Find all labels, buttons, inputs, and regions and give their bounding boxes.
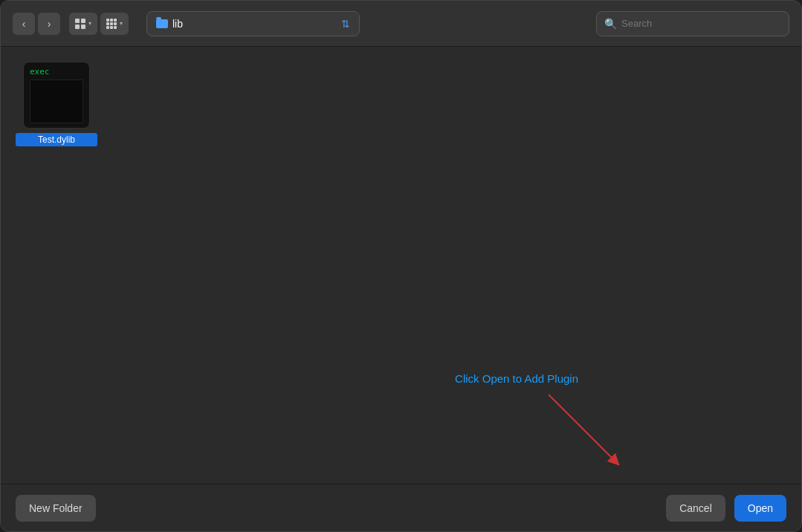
folder-icon [156,19,168,28]
annotation-arrow [541,387,630,476]
chevron-down-icon-2: ▾ [120,20,123,27]
grid2-icon [75,19,85,29]
search-bar: 🔍 [596,11,789,36]
cancel-button[interactable]: Cancel [666,495,725,522]
search-icon: 🔍 [604,18,617,30]
view-grid3-button[interactable]: ▾ [100,13,129,35]
file-item-test-dylib[interactable]: exec Test.dylib [16,62,97,146]
chevron-down-icon: ▾ [88,20,91,27]
new-folder-button[interactable]: New Folder [16,495,96,522]
toolbar: ‹ › ▾ ▾ lib ⇅ [1,1,801,47]
view-buttons: ▾ ▾ [69,13,129,35]
grid3-icon [106,19,117,29]
open-button[interactable]: Open [734,495,786,522]
nav-buttons: ‹ › [13,13,60,35]
exec-label: exec [30,67,83,77]
forward-button[interactable]: › [38,13,60,35]
file-icon: exec [23,62,90,129]
location-select[interactable]: lib ⇅ [146,11,360,36]
search-input[interactable] [621,18,781,29]
file-area: exec Test.dylib Click Open to Add Plugin [1,47,801,484]
bottom-bar: New Folder Cancel Open [1,484,801,531]
file-icon-body [30,80,83,123]
file-name-label: Test.dylib [16,133,97,146]
view-grid2-button[interactable]: ▾ [69,13,97,35]
back-button[interactable]: ‹ [13,13,35,35]
location-bar: lib ⇅ [146,11,360,36]
file-open-dialog: ‹ › ▾ ▾ lib ⇅ [0,0,802,532]
svg-line-0 [549,395,615,461]
annotation-text: Click Open to Add Plugin [455,372,578,385]
location-chevrons-icon: ⇅ [341,18,350,30]
location-label: lib [172,18,341,30]
